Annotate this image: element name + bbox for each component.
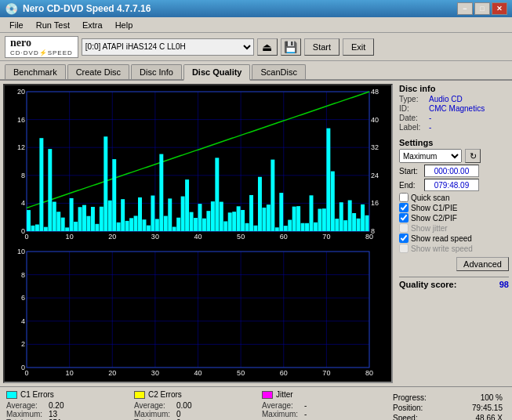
progress-label: Progress: bbox=[393, 393, 427, 402]
show-c1-label: Show C1/PIE bbox=[411, 204, 457, 212]
nero-sub-text: CD·DVD⚡SPEED bbox=[10, 49, 73, 56]
start-input[interactable] bbox=[424, 165, 479, 177]
main-content: Disc info Type: Audio CD ID: CMC Magneti… bbox=[0, 81, 512, 386]
settings-section: Settings Maximum ↻ Start: End: Quick sca… bbox=[399, 138, 509, 271]
c2-max-label: Maximum: bbox=[134, 410, 173, 418]
show-write-row: Show write speed bbox=[399, 244, 509, 253]
chart-area bbox=[3, 84, 393, 383]
position-val: 79:45.15 bbox=[472, 404, 503, 412]
speed-select[interactable]: Maximum bbox=[399, 149, 462, 163]
show-c2-row: Show C2/PIF bbox=[399, 213, 509, 223]
end-row: End: bbox=[399, 179, 509, 191]
c2-avg-val: 0.00 bbox=[176, 401, 191, 410]
position-row: Position: 79:45.15 bbox=[393, 404, 503, 412]
title-bar: 💿 Nero CD-DVD Speed 4.7.7.16 − □ ✕ bbox=[0, 0, 512, 17]
start-button[interactable]: Start bbox=[304, 38, 340, 56]
disc-id-row: ID: CMC Magnetics bbox=[399, 104, 509, 113]
c2-stats: Average: 0.00 Maximum: 0 Total: 0 bbox=[134, 401, 262, 420]
speed-label: Speed: bbox=[393, 414, 418, 420]
show-read-checkbox[interactable] bbox=[399, 234, 409, 243]
quick-scan-checkbox[interactable] bbox=[399, 193, 409, 202]
show-write-checkbox[interactable] bbox=[399, 244, 409, 253]
id-label: ID: bbox=[399, 104, 429, 113]
c1-label: C1 Errors bbox=[20, 390, 54, 399]
end-input[interactable] bbox=[424, 179, 479, 191]
maximize-button[interactable]: □ bbox=[474, 2, 490, 15]
jitter-stats: Average: - Maximum: - bbox=[262, 401, 390, 418]
menu-file[interactable]: File bbox=[3, 19, 30, 31]
show-write-label: Show write speed bbox=[411, 244, 473, 253]
settings-title: Settings bbox=[399, 138, 509, 147]
tab-scan-disc[interactable]: ScanDisc bbox=[252, 64, 305, 79]
type-value: Audio CD bbox=[429, 95, 463, 103]
lower-chart-canvas bbox=[5, 245, 391, 382]
c1-max-val: 13 bbox=[49, 410, 57, 418]
show-c1-checkbox[interactable] bbox=[399, 203, 409, 212]
label-label: Label: bbox=[399, 123, 429, 132]
menu-run-test[interactable]: Run Test bbox=[30, 19, 76, 31]
menu-help[interactable]: Help bbox=[109, 19, 140, 31]
nero-logo: nero CD·DVD⚡SPEED bbox=[5, 36, 78, 58]
end-label: End: bbox=[399, 181, 421, 190]
date-label: Date: bbox=[399, 114, 429, 122]
quality-score-row: Quality score: 98 bbox=[399, 277, 509, 289]
jitter-avg-row: Average: - bbox=[262, 401, 390, 410]
right-panel: Disc info Type: Audio CD ID: CMC Magneti… bbox=[396, 81, 512, 386]
show-jitter-checkbox[interactable] bbox=[399, 223, 409, 233]
tab-create-disc[interactable]: Create Disc bbox=[67, 64, 129, 79]
c2-header: C2 Errors bbox=[134, 390, 262, 399]
show-c2-checkbox[interactable] bbox=[399, 213, 409, 223]
c2-avg-row: Average: 0.00 bbox=[134, 401, 262, 410]
jitter-max-row: Maximum: - bbox=[262, 410, 390, 418]
eject-button[interactable]: ⏏ bbox=[257, 38, 278, 56]
disc-info-title: Disc info bbox=[399, 84, 509, 93]
disc-label-row: Label: - bbox=[399, 123, 509, 132]
save-button[interactable]: 💾 bbox=[281, 38, 301, 56]
quick-scan-row: Quick scan bbox=[399, 193, 509, 202]
minimize-button[interactable]: − bbox=[457, 2, 473, 15]
c1-color-box bbox=[6, 391, 17, 399]
c1-avg-val: 0.20 bbox=[49, 401, 64, 410]
stats-bar: C1 Errors Average: 0.20 Maximum: 13 Tota… bbox=[0, 386, 512, 420]
c2-errors-group: C2 Errors Average: 0.00 Maximum: 0 Total… bbox=[134, 390, 262, 420]
jitter-label: Jitter bbox=[276, 390, 293, 399]
show-read-label: Show read speed bbox=[411, 234, 472, 243]
speed-row: Maximum ↻ bbox=[399, 149, 509, 163]
jitter-color-box bbox=[262, 391, 273, 399]
advanced-button[interactable]: Advanced bbox=[456, 257, 509, 271]
exit-button[interactable]: Exit bbox=[343, 38, 374, 56]
c2-avg-label: Average: bbox=[134, 401, 173, 410]
disc-info-section: Disc info Type: Audio CD ID: CMC Magneti… bbox=[399, 84, 509, 132]
c1-avg-label: Average: bbox=[6, 401, 45, 410]
close-button[interactable]: ✕ bbox=[492, 2, 507, 15]
tab-disc-quality[interactable]: Disc Quality bbox=[183, 64, 251, 81]
id-value: CMC Magnetics bbox=[429, 104, 485, 113]
c1-stats: Average: 0.20 Maximum: 13 Total: 951 bbox=[6, 401, 134, 420]
refresh-button[interactable]: ↻ bbox=[465, 149, 481, 163]
show-read-row: Show read speed bbox=[399, 234, 509, 243]
speed-row: Speed: 48.66 X bbox=[393, 414, 503, 420]
jitter-max-label: Maximum: bbox=[262, 410, 301, 418]
quality-label: Quality score: bbox=[399, 280, 456, 289]
app-icon: 💿 bbox=[5, 2, 18, 15]
progress-row: Progress: 100 % bbox=[393, 393, 503, 402]
c1-avg-row: Average: 0.20 bbox=[6, 401, 134, 410]
jitter-avg-val: - bbox=[304, 401, 307, 410]
tab-benchmark[interactable]: Benchmark bbox=[5, 64, 66, 79]
c1-max-label: Maximum: bbox=[6, 410, 45, 418]
speed-val: 48.66 X bbox=[476, 414, 503, 420]
c1-max-row: Maximum: 13 bbox=[6, 410, 134, 418]
progress-val: 100 % bbox=[481, 393, 503, 402]
quick-scan-label: Quick scan bbox=[411, 194, 449, 202]
quality-value: 98 bbox=[499, 280, 509, 289]
tab-strip: Benchmark Create Disc Disc Info Disc Qua… bbox=[0, 61, 512, 81]
date-value: - bbox=[429, 114, 431, 122]
disc-type-row: Type: Audio CD bbox=[399, 95, 509, 103]
tab-disc-info[interactable]: Disc Info bbox=[131, 64, 182, 79]
c1-header: C1 Errors bbox=[6, 390, 134, 399]
jitter-max-val: - bbox=[304, 410, 307, 418]
drive-select[interactable]: [0:0] ATAPI iHAS124 C LL0H bbox=[82, 38, 254, 56]
menu-extra[interactable]: Extra bbox=[76, 19, 109, 31]
nero-logo-text: nero bbox=[10, 37, 31, 49]
toolbar: nero CD·DVD⚡SPEED [0:0] ATAPI iHAS124 C … bbox=[0, 33, 512, 61]
